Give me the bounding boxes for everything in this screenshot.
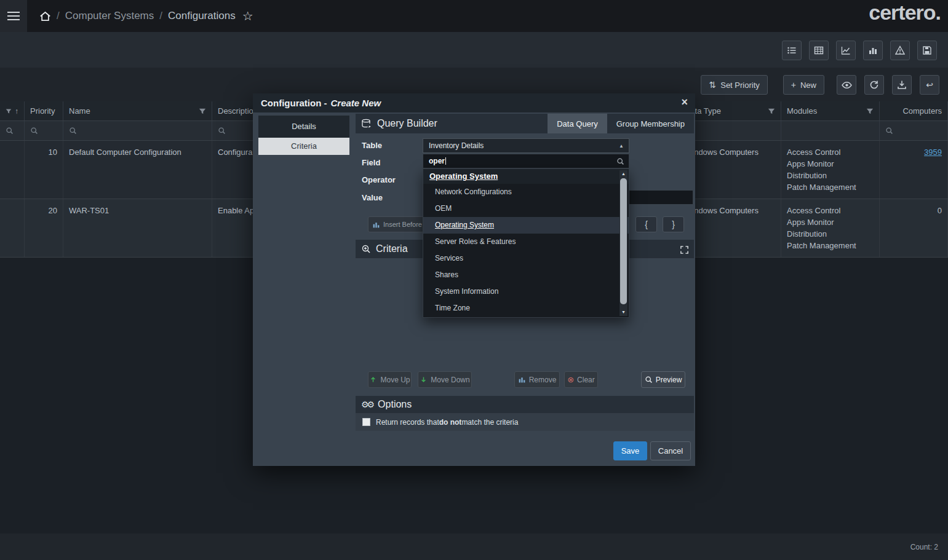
dropdown-item[interactable]: System Information: [423, 283, 629, 300]
tab-data-query[interactable]: Data Query: [548, 114, 607, 133]
cancel-button[interactable]: Cancel: [650, 441, 691, 460]
modal-title: Configuration -: [261, 98, 327, 108]
tab-details[interactable]: Details: [258, 116, 349, 138]
breadcrumb-parent[interactable]: Computer Systems: [65, 10, 154, 22]
cell-name: WAR-TS01: [63, 199, 212, 257]
table-select[interactable]: Inventory Details ▲: [423, 138, 629, 153]
filter-funnel-icon: [866, 108, 874, 115]
hamburger-menu-icon[interactable]: [0, 0, 27, 32]
expand-icon[interactable]: [680, 244, 689, 255]
scrollbar-thumb[interactable]: [620, 178, 627, 304]
options-header: ⚙⚙ Options: [356, 396, 694, 413]
cell-computers: 0: [880, 199, 948, 257]
dropdown-item[interactable]: Services: [423, 250, 629, 267]
criteria-heading: Criteria: [376, 243, 408, 254]
set-priority-button[interactable]: ⇅ Set Priority: [701, 75, 767, 95]
warning-icon: [895, 45, 905, 55]
insert-before-button[interactable]: Insert Before: [368, 216, 430, 232]
clear-button[interactable]: ⊗ Clear: [564, 371, 598, 388]
zoom-plus-icon: [361, 244, 371, 254]
label-field: Field: [362, 158, 380, 167]
export-button[interactable]: [892, 75, 912, 95]
filter-row-search[interactable]: [0, 121, 25, 140]
filter-modules-cell: [781, 121, 880, 140]
dropdown-item[interactable]: Time Zone: [423, 300, 629, 317]
dropdown-item-highlighted[interactable]: Operating System: [423, 217, 629, 234]
header-computers[interactable]: Computers: [880, 101, 948, 120]
dropdown-item[interactable]: Network Configurations: [423, 184, 629, 200]
download-icon: [897, 80, 907, 90]
gears-icon: ⚙⚙: [361, 400, 373, 409]
move-up-button[interactable]: Move Up: [368, 371, 412, 388]
search-icon: [30, 127, 38, 135]
close-icon[interactable]: ×: [681, 96, 688, 109]
top-nav: / Computer Systems / Configurations ☆ ce…: [0, 0, 948, 32]
dropdown-scrollbar[interactable]: ▲ ▼: [619, 170, 627, 316]
sort-ascending-icon[interactable]: ↑: [15, 107, 18, 116]
save-button[interactable]: Save: [613, 441, 647, 460]
dropdown-item[interactable]: Shares: [423, 267, 629, 283]
search-icon: [616, 157, 624, 165]
scroll-down-icon[interactable]: ▼: [619, 309, 627, 316]
filter-computers-input[interactable]: [880, 121, 948, 140]
undo-button[interactable]: ↩: [920, 75, 939, 95]
save-icon: [922, 45, 932, 55]
remove-button[interactable]: Remove: [514, 371, 560, 388]
move-down-button[interactable]: Move Down: [418, 371, 472, 388]
filter-priority-input[interactable]: [25, 121, 63, 140]
header-name[interactable]: Name: [63, 101, 212, 120]
save-view-button[interactable]: [917, 41, 937, 60]
cell-name: Default Computer Configuration: [63, 141, 212, 199]
table-select-value: Inventory Details: [429, 141, 484, 150]
filter-name-input[interactable]: [63, 121, 212, 140]
computers-count-link[interactable]: 3959: [924, 148, 942, 157]
field-search-value: oper: [429, 157, 445, 165]
header-priority[interactable]: Priority: [25, 101, 63, 120]
favorite-star-icon[interactable]: ☆: [242, 9, 253, 23]
plus-icon: +: [791, 80, 796, 90]
list-view-button[interactable]: [782, 41, 802, 60]
alerts-view-button[interactable]: [890, 41, 910, 60]
configuration-create-modal: Configuration - Create New × Details Cri…: [253, 93, 695, 466]
cell-priority: 10: [25, 141, 63, 199]
new-button[interactable]: + New: [783, 75, 824, 95]
line-chart-view-button[interactable]: [836, 41, 856, 60]
header-row-tools[interactable]: ↑: [0, 101, 25, 120]
filter-funnel-icon: [6, 108, 12, 115]
scroll-up-icon[interactable]: ▲: [619, 170, 627, 178]
field-dropdown-list: Operating System Network Configurations …: [423, 168, 629, 318]
refresh-button[interactable]: [864, 75, 884, 95]
search-icon: [885, 127, 893, 135]
undo-icon: ↩: [926, 80, 933, 90]
set-priority-label: Set Priority: [720, 81, 760, 90]
label-table: Table: [362, 141, 382, 150]
tab-criteria[interactable]: Criteria: [258, 138, 349, 155]
home-icon[interactable]: [39, 10, 51, 22]
app-root: / Computer Systems / Configurations ☆ ce…: [0, 0, 948, 560]
preview-button[interactable]: Preview: [641, 371, 685, 388]
dropdown-item[interactable]: Server Roles & Features: [423, 234, 629, 250]
line-chart-icon: [841, 45, 851, 55]
breadcrumb-current[interactable]: Configurations: [168, 10, 236, 22]
modal-title-bar: Configuration - Create New ×: [253, 93, 695, 112]
view-toolbar: [0, 32, 948, 68]
table-view-button[interactable]: [809, 41, 829, 60]
set-priority-icon: ⇅: [709, 80, 716, 90]
dropdown-item[interactable]: OEM: [423, 200, 629, 217]
close-brace-button[interactable]: }: [663, 216, 684, 232]
breadcrumb-separator: /: [57, 10, 60, 22]
dropdown-item-selected[interactable]: Operating System: [423, 169, 629, 184]
field-search-input[interactable]: oper: [423, 154, 629, 168]
toggle-visibility-button[interactable]: [837, 75, 856, 95]
negate-criteria-checkbox[interactable]: [362, 418, 370, 426]
negate-criteria-row: Return records that do not match the cri…: [356, 413, 694, 431]
tab-group-membership[interactable]: Group Membership: [607, 114, 694, 133]
search-icon: [6, 127, 14, 135]
remove-icon: [518, 376, 526, 384]
refresh-icon: [869, 80, 879, 90]
header-modules[interactable]: Modules: [781, 101, 880, 120]
cell-computers: 3959: [880, 141, 948, 199]
open-brace-button[interactable]: {: [635, 216, 657, 232]
bar-chart-view-button[interactable]: [863, 41, 883, 60]
label-operator: Operator: [362, 175, 396, 184]
